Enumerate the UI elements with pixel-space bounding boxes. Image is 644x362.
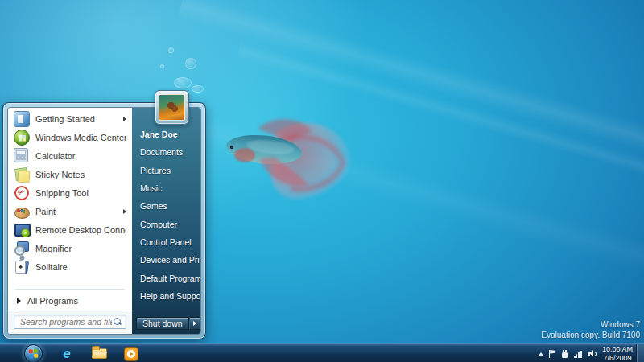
all-programs-button[interactable]: All Programs xyxy=(8,291,132,311)
network-signal-icon[interactable] xyxy=(574,350,582,358)
menu-item-label: Calculator xyxy=(35,151,76,161)
show-desktop-button[interactable] xyxy=(636,344,644,362)
menu-item-label: Sticky Notes xyxy=(35,170,85,179)
betta-fish-wallpaper-image xyxy=(214,107,357,210)
windows-logo-icon xyxy=(29,349,39,359)
internet-explorer-icon: e xyxy=(63,347,70,360)
system-tray: 10:00 AM 7/6/2009 xyxy=(539,344,633,362)
power-plug-icon[interactable] xyxy=(561,350,568,358)
menu-item-label: Paint xyxy=(35,207,56,216)
submenu-arrow-icon xyxy=(123,209,126,214)
menu-item-label: Getting Started xyxy=(35,114,95,124)
menu-item-default-programs[interactable]: Default Programs xyxy=(132,269,201,286)
menu-item-label: Remote Desktop Connection xyxy=(35,225,126,235)
bubble xyxy=(168,47,174,53)
submenu-arrow-icon xyxy=(123,117,126,121)
start-menu-left-panel: Getting Started Windows Media Center Cal… xyxy=(8,108,132,334)
menu-item-pictures[interactable]: Pictures xyxy=(132,162,201,179)
media-center-icon xyxy=(14,130,30,146)
hidden-icons-chevron[interactable] xyxy=(539,352,543,356)
watermark-line1: Windows 7 xyxy=(541,319,640,330)
volume-icon[interactable] xyxy=(588,350,597,358)
arrow-right-icon xyxy=(193,321,196,326)
menu-item-magnifier[interactable]: Magnifier xyxy=(8,239,132,257)
evaluation-watermark: Windows 7 Evaluation copy. Build 7100 xyxy=(541,319,640,340)
user-avatar[interactable] xyxy=(155,90,189,125)
tray-time: 10:00 AM xyxy=(602,345,633,354)
search-box xyxy=(14,315,126,329)
user-name[interactable]: Jane Doe xyxy=(132,125,201,143)
menu-item-label: Solitaire xyxy=(35,262,68,272)
start-menu-right-panel: Jane Doe Documents Pictures Music Games … xyxy=(132,108,201,334)
calculator-icon xyxy=(14,148,28,162)
remote-desktop-icon xyxy=(14,222,30,238)
search-input[interactable] xyxy=(19,316,114,327)
all-programs-label: All Programs xyxy=(27,296,78,306)
taskbar-internet-explorer[interactable]: e xyxy=(55,344,79,362)
menu-item-label: Magnifier xyxy=(35,244,72,253)
tray-date: 7/6/2009 xyxy=(602,354,633,362)
tray-clock[interactable]: 10:00 AM 7/6/2009 xyxy=(602,345,633,362)
user-picture xyxy=(159,94,185,121)
menu-item-games[interactable]: Games xyxy=(132,197,201,215)
start-menu-body: Getting Started Windows Media Center Cal… xyxy=(7,107,201,335)
menu-separator xyxy=(15,289,125,290)
menu-item-snipping-tool[interactable]: ✂ Snipping Tool xyxy=(8,183,132,202)
shutdown-label: Shut down xyxy=(142,319,183,328)
search-icon[interactable] xyxy=(114,318,122,326)
getting-started-icon xyxy=(14,111,30,127)
menu-item-calculator[interactable]: Calculator xyxy=(8,146,132,165)
bubble xyxy=(192,85,204,93)
watermark-line2: Evaluation copy. Build 7100 xyxy=(541,330,640,340)
action-center-flag-icon[interactable] xyxy=(549,350,555,358)
taskbar-windows-explorer[interactable] xyxy=(87,344,111,362)
menu-item-windows-media-center[interactable]: Windows Media Center xyxy=(8,128,132,146)
start-menu: Getting Started Windows Media Center Cal… xyxy=(2,102,206,339)
shutdown-row: Shut down xyxy=(132,317,201,330)
menu-item-paint[interactable]: Paint xyxy=(8,202,132,220)
windows-explorer-icon xyxy=(92,348,107,359)
magnifier-icon xyxy=(14,241,30,257)
windows-media-player-icon xyxy=(124,347,138,361)
menu-item-solitaire[interactable]: Solitaire xyxy=(8,257,132,276)
menu-item-sticky-notes[interactable]: Sticky Notes xyxy=(8,165,132,183)
solitaire-icon xyxy=(14,259,30,275)
shutdown-button[interactable]: Shut down xyxy=(136,317,189,330)
menu-item-label: Snipping Tool xyxy=(35,188,89,198)
menu-item-computer[interactable]: Computer xyxy=(132,215,201,232)
menu-item-getting-started[interactable]: Getting Started xyxy=(8,109,132,128)
snipping-tool-icon: ✂ xyxy=(14,186,29,200)
menu-item-devices-printers[interactable]: Devices and Printers xyxy=(132,251,201,269)
taskbar: e 10:00 AM 7/6/2009 xyxy=(0,343,644,362)
left-panel-spacer xyxy=(8,276,132,287)
bubble xyxy=(160,64,164,68)
bubble xyxy=(185,58,196,69)
menu-item-documents[interactable]: Documents xyxy=(132,143,201,161)
start-button[interactable] xyxy=(24,344,43,362)
all-programs-arrow-icon xyxy=(17,298,21,304)
bubble xyxy=(174,77,192,88)
sticky-notes-icon xyxy=(14,167,30,183)
menu-item-music[interactable]: Music xyxy=(132,179,201,197)
menu-item-remote-desktop[interactable]: Remote Desktop Connection xyxy=(8,220,132,239)
menu-item-label: Windows Media Center xyxy=(35,133,126,142)
taskbar-windows-media-player[interactable] xyxy=(119,344,143,362)
menu-item-help-support[interactable]: Help and Support xyxy=(132,287,201,305)
search-row xyxy=(8,311,132,334)
menu-item-control-panel[interactable]: Control Panel xyxy=(132,233,201,251)
shutdown-options-arrow[interactable] xyxy=(189,317,201,330)
paint-icon xyxy=(14,204,30,220)
